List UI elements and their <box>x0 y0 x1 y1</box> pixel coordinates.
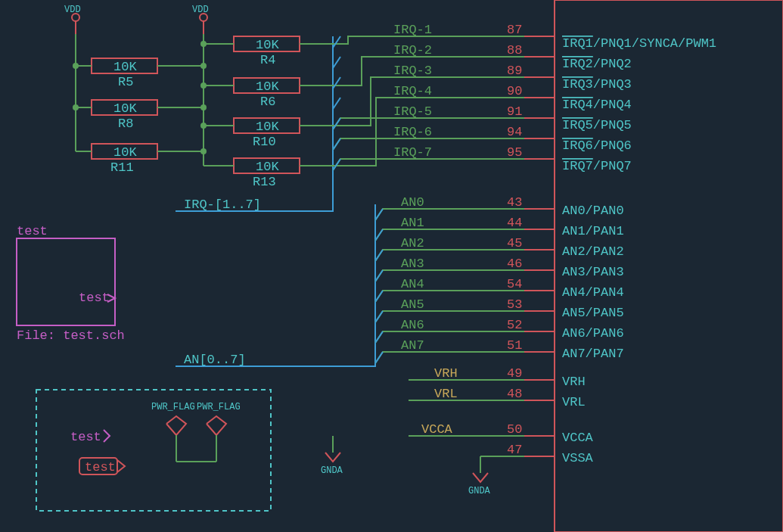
net-vrh: VRH <box>434 366 458 381</box>
pin-50: 50 <box>507 422 522 437</box>
sheet-filename: File: test.sch <box>17 328 125 343</box>
pin-49: 49 <box>507 366 522 381</box>
pin-95: 95 <box>507 145 522 160</box>
an-bus-label: AN[0..7] <box>184 353 246 367</box>
pinlabel-vcca: VCCA <box>562 431 594 445</box>
gnda-symbol-2: GNDA <box>468 473 491 496</box>
svg-point-28 <box>200 104 207 110</box>
pinlabel-irq1: IRQ1/PNQ1/SYNCA/PWM1 <box>562 36 716 51</box>
net-irq5: IRQ-5 <box>393 104 432 119</box>
net-an1: AN1 <box>401 216 424 230</box>
pinlabel-irq2: IRQ2/PNQ2 <box>562 57 632 71</box>
svg-text:test: test <box>85 460 116 474</box>
hierarchical-sheet[interactable]: test test File: test.sch <box>17 224 125 343</box>
pin-89: 89 <box>507 64 522 78</box>
svg-text:GNDA: GNDA <box>321 465 343 476</box>
pin-53: 53 <box>507 297 522 312</box>
net-irq4: IRQ-4 <box>393 84 432 98</box>
resistor-r10: 10K R10 <box>204 118 300 149</box>
svg-point-26 <box>200 63 207 69</box>
resistor-r6: 10K R6 <box>204 78 300 109</box>
pin-45: 45 <box>507 236 522 250</box>
pin-47: 47 <box>507 443 522 457</box>
pin-44: 44 <box>507 216 522 230</box>
pinlabel-irq3: IRQ3/PNQ3 <box>562 77 632 92</box>
pinlabel-irq7: IRQ7/PNQ7 <box>562 159 632 173</box>
pinlabel-vrh: VRH <box>562 375 586 389</box>
svg-text:PWR_FLAG: PWR_FLAG <box>197 402 241 412</box>
svg-text:VDD: VDD <box>64 5 81 15</box>
pin-94: 94 <box>507 125 522 139</box>
svg-text:GNDA: GNDA <box>468 486 491 496</box>
pin-46: 46 <box>507 257 522 271</box>
net-an3: AN3 <box>401 257 424 271</box>
an-bus <box>176 204 375 366</box>
svg-text:10K: 10K <box>113 145 137 160</box>
pwr-flag-1: PWR_FLAG <box>151 402 195 462</box>
vdd-symbol-2: VDD <box>192 5 209 34</box>
svg-point-30 <box>200 148 207 154</box>
net-irq3: IRQ-3 <box>393 64 432 78</box>
svg-text:10K: 10K <box>256 38 279 52</box>
net-irq1: IRQ-1 <box>393 23 432 37</box>
net-vrl: VRL <box>434 387 458 401</box>
hier-label-test: test <box>70 430 110 444</box>
net-an6: AN6 <box>401 318 424 332</box>
svg-rect-72 <box>17 238 115 325</box>
pinlabel-irq4: IRQ4/PNQ4 <box>562 98 632 112</box>
svg-text:R13: R13 <box>253 175 276 189</box>
net-an5: AN5 <box>401 297 424 312</box>
vdd-symbol-1: VDD <box>64 5 81 34</box>
svg-text:R11: R11 <box>110 160 134 175</box>
resistor-r4: 10K R4 <box>204 36 300 67</box>
pwr-flag-2: PWR_FLAG <box>197 402 241 462</box>
pinlabel-an3: AN3/PAN3 <box>562 265 624 279</box>
pinlabel-an1: AN1/PAN1 <box>562 224 624 238</box>
svg-text:R4: R4 <box>260 53 275 67</box>
pin-51: 51 <box>507 338 522 353</box>
svg-text:test: test <box>17 224 48 238</box>
svg-text:10K: 10K <box>113 60 137 74</box>
net-an2: AN2 <box>401 236 424 250</box>
net-irq2: IRQ-2 <box>393 43 432 58</box>
resistor-r5: 10K R5 <box>76 58 204 89</box>
svg-text:10K: 10K <box>256 120 279 134</box>
net-label-test: test <box>79 458 125 474</box>
pin-87: 87 <box>507 23 522 37</box>
pinlabel-irq5: IRQ5/PNQ5 <box>562 118 632 132</box>
pin-54: 54 <box>507 277 522 291</box>
pinlabel-an2: AN2/PAN2 <box>562 244 624 259</box>
pin-52: 52 <box>507 318 522 332</box>
svg-text:10K: 10K <box>256 160 279 174</box>
pinlabel-an7: AN7/PAN7 <box>562 347 624 361</box>
pin-90: 90 <box>507 84 522 98</box>
pinlabel-an0: AN0/PAN0 <box>562 204 624 218</box>
pinlabel-an6: AN6/PAN6 <box>562 326 624 341</box>
pinlabel-vrl: VRL <box>562 395 586 409</box>
net-irq6: IRQ-6 <box>393 125 432 139</box>
resistor-r13: 10K R13 <box>204 158 300 189</box>
resistor-r11: 10K R11 <box>76 144 204 175</box>
svg-text:10K: 10K <box>256 79 279 94</box>
pinlabel-an4: AN4/PAN4 <box>562 285 624 300</box>
svg-text:R10: R10 <box>253 135 276 149</box>
svg-text:PWR_FLAG: PWR_FLAG <box>151 402 195 412</box>
svg-text:test: test <box>79 291 110 305</box>
pinlabel-an5: AN5/PAN5 <box>562 306 624 320</box>
resistor-r8: 10K R8 <box>76 100 204 131</box>
gnda-symbol-1: GNDA <box>321 453 343 476</box>
pin-88: 88 <box>507 43 522 58</box>
pinlabel-vssa: VSSA <box>562 451 594 465</box>
an-bus-entries <box>375 209 383 363</box>
pin-91: 91 <box>507 104 522 119</box>
svg-text:R5: R5 <box>118 75 133 89</box>
net-an7: AN7 <box>401 338 424 353</box>
net-vcca: VCCA <box>421 422 453 437</box>
irq-bus-label: IRQ-[1..7] <box>184 198 261 212</box>
pin-43: 43 <box>507 195 522 210</box>
net-an0: AN0 <box>401 195 424 210</box>
pinlabel-irq6: IRQ6/PNQ6 <box>562 138 632 153</box>
svg-text:R6: R6 <box>260 95 275 109</box>
svg-text:test: test <box>70 430 101 444</box>
svg-text:10K: 10K <box>113 101 137 116</box>
